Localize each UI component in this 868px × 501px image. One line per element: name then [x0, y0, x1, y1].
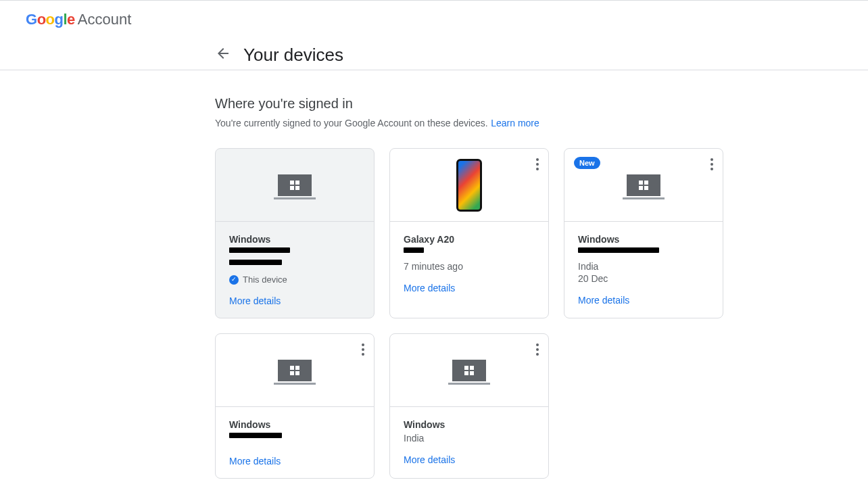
more-details-link[interactable]: More details	[404, 454, 455, 465]
learn-more-link[interactable]: Learn more	[491, 118, 539, 128]
section-heading: Where you're signed in	[215, 96, 726, 112]
back-arrow-icon[interactable]	[215, 45, 231, 64]
more-menu-icon[interactable]	[362, 343, 364, 356]
device-card-body: WindowsThis deviceMore details	[216, 222, 374, 318]
redacted-text	[229, 247, 290, 253]
device-card[interactable]: WindowsMore details	[215, 333, 375, 479]
more-menu-icon[interactable]	[536, 343, 539, 356]
check-icon	[229, 275, 239, 285]
more-details-link[interactable]: More details	[229, 295, 281, 306]
redacted-text	[404, 247, 424, 253]
device-meta: 7 minutes ago	[404, 261, 535, 272]
more-menu-icon[interactable]	[536, 158, 539, 170]
device-name: Windows	[404, 419, 535, 430]
device-card[interactable]: NewWindowsIndia20 DecMore details	[564, 148, 723, 318]
device-card-top: New	[564, 149, 723, 222]
device-name: Windows	[229, 419, 360, 430]
device-name: Galaxy A20	[404, 234, 535, 245]
device-meta: India	[404, 433, 535, 444]
device-card-body: Galaxy A207 minutes agoMore details	[390, 222, 548, 305]
more-menu-icon[interactable]	[710, 158, 713, 170]
device-meta: India	[578, 261, 709, 272]
windows-laptop-icon	[278, 360, 312, 381]
device-card-body: WindowsIndiaMore details	[390, 407, 548, 477]
redacted-text	[229, 260, 282, 265]
new-badge: New	[574, 157, 600, 169]
redacted-text	[578, 247, 659, 253]
device-meta: 20 Dec	[578, 273, 709, 284]
device-card-top	[390, 149, 548, 222]
more-details-link[interactable]: More details	[578, 295, 629, 306]
device-card[interactable]: Galaxy A207 minutes agoMore details	[389, 148, 549, 318]
windows-laptop-icon	[627, 174, 660, 196]
windows-laptop-icon	[452, 360, 486, 381]
redacted-text	[229, 433, 282, 438]
this-device-row: This device	[229, 275, 360, 285]
device-name: Windows	[578, 234, 709, 245]
google-logo: Google	[26, 11, 75, 28]
device-card[interactable]: WindowsThis deviceMore details	[215, 148, 375, 318]
device-grid: WindowsThis deviceMore detailsGalaxy A20…	[215, 148, 726, 479]
device-card-top	[390, 334, 548, 407]
device-card-top	[216, 334, 374, 407]
device-card-body: WindowsIndia20 DecMore details	[564, 222, 723, 317]
phone-icon	[456, 159, 482, 212]
windows-laptop-icon	[278, 174, 312, 196]
more-details-link[interactable]: More details	[229, 456, 281, 467]
more-details-link[interactable]: More details	[404, 283, 455, 293]
account-label: Account	[78, 11, 132, 28]
this-device-label: This device	[243, 275, 287, 285]
device-card-body: WindowsMore details	[216, 407, 374, 478]
section-description: You're currently signed to your Google A…	[215, 118, 488, 128]
device-card[interactable]: WindowsIndiaMore details	[389, 333, 549, 479]
device-name: Windows	[229, 234, 360, 245]
page-title: Your devices	[243, 45, 343, 66]
device-card-top	[216, 149, 374, 222]
